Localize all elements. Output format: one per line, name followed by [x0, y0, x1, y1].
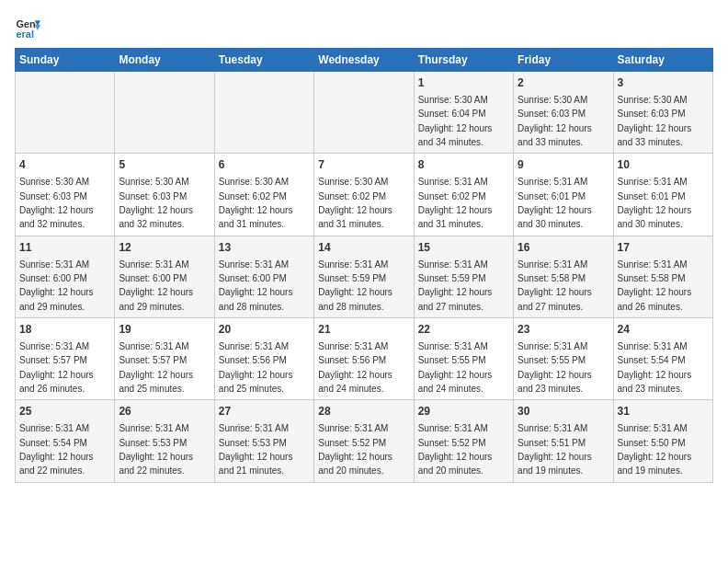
day-info: Sunrise: 5:30 AM Sunset: 6:03 PM Dayligh… [518, 95, 592, 147]
day-number: 13 [219, 240, 310, 256]
col-header-sunday: Sunday [16, 49, 115, 72]
day-info: Sunrise: 5:31 AM Sunset: 5:53 PM Dayligh… [119, 423, 193, 476]
day-number: 17 [618, 240, 709, 256]
calendar-table: SundayMondayTuesdayWednesdayThursdayFrid… [15, 48, 713, 483]
calendar-header: SundayMondayTuesdayWednesdayThursdayFrid… [16, 49, 713, 72]
calendar-cell: 23Sunrise: 5:31 AM Sunset: 5:55 PM Dayli… [514, 318, 613, 400]
calendar-cell: 1Sunrise: 5:30 AM Sunset: 6:04 PM Daylig… [414, 72, 513, 154]
day-info: Sunrise: 5:31 AM Sunset: 5:54 PM Dayligh… [19, 423, 94, 476]
col-header-tuesday: Tuesday [214, 49, 313, 72]
calendar-cell: 11Sunrise: 5:31 AM Sunset: 6:00 PM Dayli… [16, 236, 115, 317]
day-number: 23 [518, 322, 609, 338]
calendar-cell: 30Sunrise: 5:31 AM Sunset: 5:51 PM Dayli… [514, 400, 613, 482]
day-info: Sunrise: 5:31 AM Sunset: 5:53 PM Dayligh… [219, 423, 293, 476]
day-number: 24 [618, 322, 709, 338]
calendar-cell: 28Sunrise: 5:31 AM Sunset: 5:52 PM Dayli… [314, 400, 414, 482]
calendar-cell: 18Sunrise: 5:31 AM Sunset: 5:57 PM Dayli… [16, 318, 115, 400]
day-number: 25 [19, 404, 110, 419]
calendar-cell: 3Sunrise: 5:30 AM Sunset: 6:03 PM Daylig… [613, 72, 712, 154]
day-number: 10 [618, 157, 709, 173]
day-info: Sunrise: 5:31 AM Sunset: 5:55 PM Dayligh… [418, 341, 493, 394]
day-number: 16 [518, 240, 609, 256]
svg-text:eral: eral [17, 29, 34, 40]
day-info: Sunrise: 5:31 AM Sunset: 6:00 PM Dayligh… [119, 259, 193, 312]
calendar-cell: 15Sunrise: 5:31 AM Sunset: 5:59 PM Dayli… [414, 236, 513, 317]
day-number: 18 [19, 322, 110, 338]
day-info: Sunrise: 5:31 AM Sunset: 5:52 PM Dayligh… [318, 423, 392, 476]
day-number: 27 [219, 404, 310, 419]
week-row-5: 25Sunrise: 5:31 AM Sunset: 5:54 PM Dayli… [16, 400, 713, 482]
day-number: 26 [119, 404, 210, 419]
day-info: Sunrise: 5:31 AM Sunset: 5:59 PM Dayligh… [318, 259, 392, 312]
day-number: 8 [418, 157, 509, 173]
day-info: Sunrise: 5:31 AM Sunset: 5:52 PM Dayligh… [418, 423, 493, 476]
day-info: Sunrise: 5:31 AM Sunset: 5:56 PM Dayligh… [219, 341, 293, 394]
calendar-cell: 22Sunrise: 5:31 AM Sunset: 5:55 PM Dayli… [414, 318, 513, 400]
day-number: 6 [219, 157, 310, 173]
col-header-thursday: Thursday [414, 49, 513, 72]
day-info: Sunrise: 5:31 AM Sunset: 6:02 PM Dayligh… [418, 177, 493, 229]
calendar-cell: 4Sunrise: 5:30 AM Sunset: 6:03 PM Daylig… [16, 154, 115, 236]
calendar-cell: 29Sunrise: 5:31 AM Sunset: 5:52 PM Dayli… [414, 400, 513, 482]
day-number: 15 [418, 240, 509, 256]
day-info: Sunrise: 5:31 AM Sunset: 5:51 PM Dayligh… [518, 423, 592, 476]
col-header-monday: Monday [115, 49, 214, 72]
day-info: Sunrise: 5:31 AM Sunset: 5:58 PM Dayligh… [518, 259, 592, 312]
logo: Gen eral [15, 15, 44, 40]
header: Gen eral [15, 15, 713, 40]
col-header-friday: Friday [514, 49, 613, 72]
week-row-2: 4Sunrise: 5:30 AM Sunset: 6:03 PM Daylig… [16, 154, 713, 236]
day-number: 29 [418, 404, 509, 419]
calendar-cell [16, 72, 115, 154]
day-info: Sunrise: 5:30 AM Sunset: 6:03 PM Dayligh… [618, 95, 692, 147]
day-number: 11 [19, 240, 110, 256]
week-row-1: 1Sunrise: 5:30 AM Sunset: 6:04 PM Daylig… [16, 72, 713, 154]
col-header-saturday: Saturday [613, 49, 712, 72]
calendar-cell: 14Sunrise: 5:31 AM Sunset: 5:59 PM Dayli… [314, 236, 414, 317]
calendar-cell: 25Sunrise: 5:31 AM Sunset: 5:54 PM Dayli… [16, 400, 115, 482]
day-info: Sunrise: 5:31 AM Sunset: 6:00 PM Dayligh… [19, 259, 94, 312]
day-info: Sunrise: 5:31 AM Sunset: 6:01 PM Dayligh… [518, 177, 592, 229]
day-number: 12 [119, 240, 210, 256]
day-number: 14 [318, 240, 409, 256]
day-info: Sunrise: 5:31 AM Sunset: 5:57 PM Dayligh… [19, 341, 94, 394]
day-number: 5 [119, 157, 210, 173]
calendar-cell: 9Sunrise: 5:31 AM Sunset: 6:01 PM Daylig… [514, 154, 613, 236]
day-info: Sunrise: 5:31 AM Sunset: 5:59 PM Dayligh… [418, 259, 493, 312]
calendar-cell: 19Sunrise: 5:31 AM Sunset: 5:57 PM Dayli… [115, 318, 214, 400]
day-number: 22 [418, 322, 509, 338]
day-info: Sunrise: 5:31 AM Sunset: 6:01 PM Dayligh… [618, 177, 692, 229]
calendar-cell: 17Sunrise: 5:31 AM Sunset: 5:58 PM Dayli… [613, 236, 712, 317]
calendar-cell: 8Sunrise: 5:31 AM Sunset: 6:02 PM Daylig… [414, 154, 513, 236]
calendar-cell: 31Sunrise: 5:31 AM Sunset: 5:50 PM Dayli… [613, 400, 712, 482]
col-header-wednesday: Wednesday [314, 49, 414, 72]
day-info: Sunrise: 5:30 AM Sunset: 6:02 PM Dayligh… [318, 177, 392, 229]
calendar-cell: 27Sunrise: 5:31 AM Sunset: 5:53 PM Dayli… [214, 400, 313, 482]
day-info: Sunrise: 5:30 AM Sunset: 6:04 PM Dayligh… [418, 95, 493, 147]
calendar-cell: 16Sunrise: 5:31 AM Sunset: 5:58 PM Dayli… [514, 236, 613, 317]
day-number: 30 [518, 404, 609, 419]
calendar-cell [314, 72, 414, 154]
day-info: Sunrise: 5:31 AM Sunset: 5:50 PM Dayligh… [618, 423, 692, 476]
day-number: 1 [418, 75, 509, 91]
day-number: 20 [219, 322, 310, 338]
day-number: 28 [318, 404, 409, 419]
calendar-cell: 24Sunrise: 5:31 AM Sunset: 5:54 PM Dayli… [613, 318, 712, 400]
calendar-cell: 10Sunrise: 5:31 AM Sunset: 6:01 PM Dayli… [613, 154, 712, 236]
logo-icon: Gen eral [15, 15, 40, 40]
calendar-cell: 5Sunrise: 5:30 AM Sunset: 6:03 PM Daylig… [115, 154, 214, 236]
calendar-cell: 13Sunrise: 5:31 AM Sunset: 6:00 PM Dayli… [214, 236, 313, 317]
calendar-cell [214, 72, 313, 154]
day-info: Sunrise: 5:31 AM Sunset: 5:57 PM Dayligh… [119, 341, 193, 394]
calendar-cell: 7Sunrise: 5:30 AM Sunset: 6:02 PM Daylig… [314, 154, 414, 236]
header-row: SundayMondayTuesdayWednesdayThursdayFrid… [16, 49, 713, 72]
day-number: 9 [518, 157, 609, 173]
day-info: Sunrise: 5:31 AM Sunset: 5:56 PM Dayligh… [318, 341, 392, 394]
day-number: 21 [318, 322, 409, 338]
calendar-body: 1Sunrise: 5:30 AM Sunset: 6:04 PM Daylig… [16, 72, 713, 483]
day-info: Sunrise: 5:31 AM Sunset: 5:58 PM Dayligh… [618, 259, 692, 312]
day-info: Sunrise: 5:31 AM Sunset: 5:55 PM Dayligh… [518, 341, 592, 394]
calendar-cell: 21Sunrise: 5:31 AM Sunset: 5:56 PM Dayli… [314, 318, 414, 400]
day-info: Sunrise: 5:30 AM Sunset: 6:03 PM Dayligh… [119, 177, 193, 229]
day-number: 2 [518, 75, 609, 91]
